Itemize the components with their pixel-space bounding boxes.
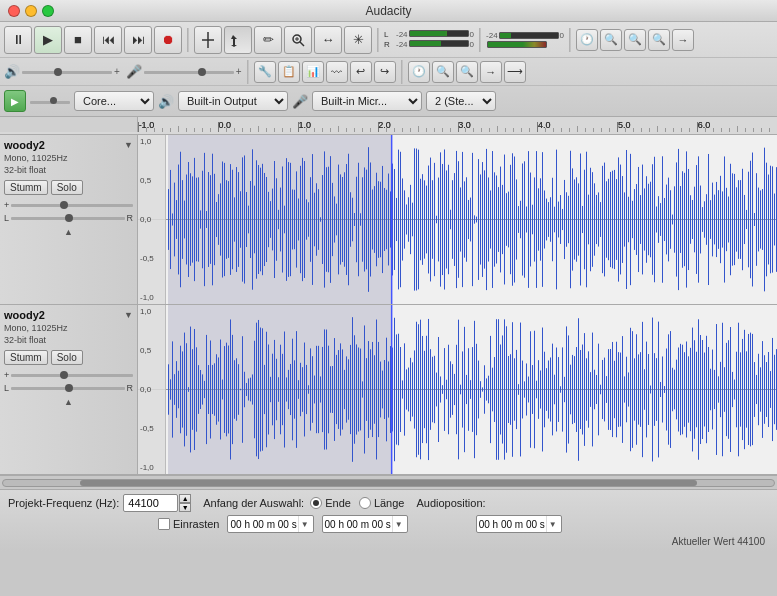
stop-button[interactable]: ■: [64, 26, 92, 54]
waveform-canvas-2: [138, 305, 777, 474]
bottom-row1: Projekt-Frequenz (Hz): ▲ ▼ Anfang der Au…: [8, 494, 769, 512]
waveform-canvas-1: [138, 135, 777, 304]
minimize-btn[interactable]: [25, 5, 37, 17]
extra-right-1[interactable]: 🕐: [408, 61, 430, 83]
track-1-dropdown[interactable]: ▼: [124, 140, 133, 150]
track-1-pan-slider[interactable]: [11, 217, 124, 220]
snap-checkbox[interactable]: Einrasten: [158, 518, 219, 530]
track-1-sliders: + L R: [4, 200, 133, 223]
effect-tool-5[interactable]: ↩: [350, 61, 372, 83]
selection-section: Anfang der Auswahl: Ende Länge: [203, 497, 404, 509]
input-mic-icon: 🎤: [292, 94, 308, 109]
multitool[interactable]: ✳: [344, 26, 372, 54]
input-vu-left: -24 0: [486, 31, 564, 40]
time-field-1[interactable]: 00 h 00 m 00 s ▼: [227, 515, 313, 533]
length-radio-item[interactable]: Länge: [359, 497, 405, 509]
horizontal-scrollbar[interactable]: [0, 475, 777, 489]
track-1: woody2 ▼ Mono, 11025Hz 32-bit float Stum…: [0, 135, 777, 305]
track-1-format: Mono, 11025Hz 32-bit float: [4, 153, 133, 176]
mic-slider[interactable]: [144, 69, 234, 74]
close-btn[interactable]: [8, 5, 20, 17]
mic-icon-row2: 🎤: [126, 64, 142, 79]
extra-right-3[interactable]: 🔍: [456, 61, 478, 83]
track-2-collapse-btn[interactable]: ▲: [64, 397, 73, 407]
timeline-ruler: -1.00.01.02.03.04.05.06.07.0-1.00.01.02.…: [0, 117, 777, 135]
output-speaker-icon: 🔊: [158, 94, 174, 109]
track-1-collapse: ▲: [4, 227, 133, 237]
select-tool[interactable]: [224, 26, 252, 54]
core-dropdown[interactable]: Core...: [74, 91, 154, 111]
selection-label: Anfang der Auswahl:: [203, 497, 304, 509]
snap-box[interactable]: [158, 518, 170, 530]
vu-right-bar: -24 0: [396, 40, 474, 49]
track-2-pan-slider[interactable]: [11, 387, 124, 390]
bottom-bar: Projekt-Frequenz (Hz): ▲ ▼ Anfang der Au…: [0, 489, 777, 551]
freq-label: Projekt-Frequenz (Hz):: [8, 497, 119, 509]
effect-tool-3[interactable]: 📊: [302, 61, 324, 83]
track-2-dropdown[interactable]: ▼: [124, 310, 133, 320]
effect-tool-4[interactable]: 〰: [326, 61, 348, 83]
extra-tool-2[interactable]: 🔍: [600, 29, 622, 51]
track-2-mute[interactable]: Stumm: [4, 350, 48, 365]
time-field-3-arrow[interactable]: ▼: [546, 516, 559, 532]
pencil-tool[interactable]: ✏: [254, 26, 282, 54]
freq-input[interactable]: [123, 494, 178, 512]
extra-tool-1[interactable]: 🕐: [576, 29, 598, 51]
track-1-mute[interactable]: Stumm: [4, 180, 48, 195]
track-2-collapse: ▲: [4, 397, 133, 407]
track-2-gain-slider[interactable]: [11, 374, 133, 377]
extra-right-5[interactable]: ⟶: [504, 61, 526, 83]
record-button[interactable]: ⏺: [154, 26, 182, 54]
rewind-button[interactable]: ⏮: [94, 26, 122, 54]
effect-tool-2[interactable]: 📋: [278, 61, 300, 83]
end-radio-item[interactable]: Ende: [310, 497, 351, 509]
track-2-format: Mono, 11025Hz 32-bit float: [4, 323, 133, 346]
channels-dropdown[interactable]: 2 (Ste...: [426, 91, 496, 111]
freq-stepper[interactable]: ▲ ▼: [179, 494, 191, 512]
track-1-gain-slider[interactable]: [11, 204, 133, 207]
timeshift-tool[interactable]: ↔: [314, 26, 342, 54]
play-stop-btn[interactable]: ▶: [4, 90, 26, 112]
extra-right-4[interactable]: →: [480, 61, 502, 83]
vu-left-bar: -24 0: [396, 30, 474, 39]
track-vol-mini[interactable]: [30, 99, 70, 104]
output-device-dropdown[interactable]: Built-in Output: [178, 91, 288, 111]
track-2-solo[interactable]: Solo: [51, 350, 83, 365]
freq-up[interactable]: ▲: [179, 494, 191, 503]
track-1-db-scale: 1,0 0,5 0,0 -0,5 -1,0: [138, 135, 166, 304]
extra-tool-5[interactable]: →: [672, 29, 694, 51]
separator-2: [377, 28, 379, 52]
play-button[interactable]: ▶: [34, 26, 62, 54]
titlebar-buttons[interactable]: [8, 5, 54, 17]
track-1-name-row: woody2 ▼: [4, 139, 133, 151]
ruler-track-label: [0, 117, 138, 132]
cursor-tool[interactable]: [194, 26, 222, 54]
end-radio[interactable]: [310, 497, 322, 509]
track-2-name: woody2: [4, 309, 45, 321]
vu-r-label: R: [384, 40, 394, 49]
effect-tool-1[interactable]: 🔧: [254, 61, 276, 83]
time-field-1-arrow[interactable]: ▼: [298, 516, 311, 532]
track-1-waveform: 1,0 0,5 0,0 -0,5 -1,0: [138, 135, 777, 304]
zoom-tool[interactable]: [284, 26, 312, 54]
pause-button[interactable]: ⏸: [4, 26, 32, 54]
track-1-collapse-btn[interactable]: ▲: [64, 227, 73, 237]
toolbar-row3: ▶ Core... 🔊 Built-in Output 🎤 Built-in M…: [0, 86, 777, 116]
volume-slider[interactable]: [22, 69, 112, 74]
track-2-db-scale: 1,0 0,5 0,0 -0,5 -1,0: [138, 305, 166, 474]
ruler-scale: -1.00.01.02.03.04.05.06.07.0-1.00.01.02.…: [138, 117, 777, 132]
input-device-dropdown[interactable]: Built-in Micr...: [312, 91, 422, 111]
maximize-btn[interactable]: [42, 5, 54, 17]
freq-down[interactable]: ▼: [179, 503, 191, 512]
effect-tool-6[interactable]: ↪: [374, 61, 396, 83]
length-radio[interactable]: [359, 497, 371, 509]
time-field-2[interactable]: 00 h 00 m 00 s ▼: [322, 515, 408, 533]
time-field-3[interactable]: 00 h 00 m 00 s ▼: [476, 515, 562, 533]
track-1-btns: Stumm Solo: [4, 180, 133, 195]
extra-tool-3[interactable]: 🔍: [624, 29, 646, 51]
track-1-solo[interactable]: Solo: [51, 180, 83, 195]
fast-forward-button[interactable]: ⏭: [124, 26, 152, 54]
extra-tool-4[interactable]: 🔍: [648, 29, 670, 51]
time-field-2-arrow[interactable]: ▼: [392, 516, 405, 532]
extra-right-2[interactable]: 🔍: [432, 61, 454, 83]
